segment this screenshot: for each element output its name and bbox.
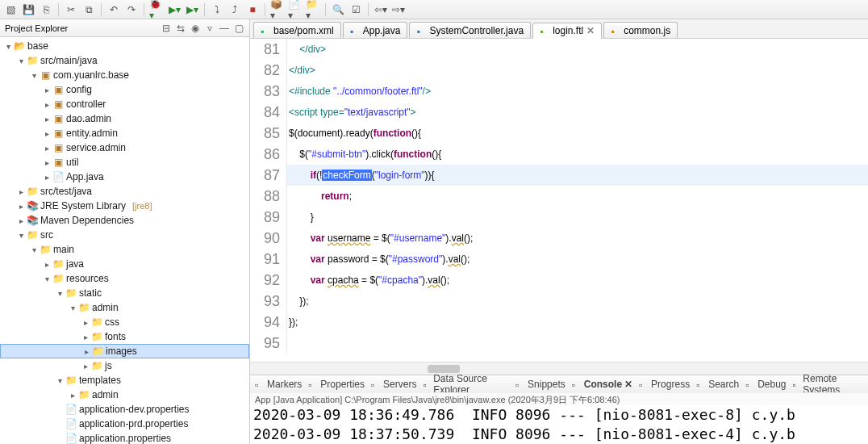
tree-item[interactable]: ▸📁js — [0, 358, 249, 373]
expand-icon[interactable]: ▸ — [81, 362, 90, 371]
bottom-tab[interactable]: ▫Debug — [745, 379, 786, 390]
bottom-tab[interactable]: ▫Properties — [308, 379, 365, 390]
expand-icon[interactable]: ▸ — [42, 100, 52, 109]
expand-icon[interactable]: ▸ — [81, 318, 90, 327]
expand-icon[interactable]: ▸ — [42, 129, 52, 138]
code-line[interactable]: 94}); — [250, 312, 868, 333]
view-menu-icon[interactable]: ▿ — [204, 23, 215, 34]
code-line[interactable]: 85$(document).ready(function(){ — [250, 123, 868, 144]
save-all-icon[interactable]: ⎘ — [39, 2, 53, 17]
tree-item[interactable]: ▾▣com.yuanlrc.base — [0, 68, 249, 82]
bottom-tab[interactable]: ▫Servers — [371, 379, 416, 390]
undo-icon[interactable]: ↶ — [106, 2, 121, 17]
expand-icon[interactable]: ▸ — [42, 173, 52, 182]
tree-item[interactable]: ▸📚Maven Dependencies — [0, 213, 249, 228]
tree-item[interactable]: ▸📁admin — [0, 387, 249, 402]
tree-item[interactable]: ▾📁static — [0, 286, 249, 300]
code-line[interactable]: 95 — [250, 333, 868, 354]
tasks-icon[interactable]: ☑ — [348, 2, 363, 17]
code-line[interactable]: 81 </div> — [250, 39, 868, 60]
tree-item[interactable]: ▸📚JRE System Library[jre8] — [0, 199, 249, 213]
collapse-all-icon[interactable]: ⊟ — [161, 23, 172, 34]
new-class-icon[interactable]: 📄▾ — [288, 2, 303, 17]
expand-icon[interactable]: ▸ — [42, 260, 52, 269]
tree-item[interactable]: ▾📁src/main/java — [0, 53, 249, 68]
save-icon[interactable]: 💾 — [21, 2, 35, 17]
expand-icon[interactable]: ▸ — [42, 86, 52, 94]
tree-item[interactable]: ▸📁css — [0, 315, 249, 329]
expand-icon[interactable]: ▾ — [3, 42, 13, 51]
editor-tab[interactable]: ▪SystemController.java — [409, 22, 531, 38]
expand-icon[interactable]: ▸ — [42, 144, 52, 153]
project-tree[interactable]: ▾📂base▾📁src/main/java▾▣com.yuanlrc.base▸… — [0, 37, 249, 444]
tree-item[interactable]: ▸▣config — [0, 82, 249, 97]
code-line[interactable]: 82</div> — [250, 60, 868, 81]
debug-icon[interactable]: 🐞▾ — [149, 2, 164, 17]
bottom-tab[interactable]: ▫Progress — [639, 379, 690, 390]
run-ext-icon[interactable]: ▶▾ — [185, 2, 199, 17]
code-line[interactable]: 87 if(!checkForm("login-form")){ — [250, 165, 868, 186]
new-pkg-icon[interactable]: 📁▾ — [306, 2, 320, 17]
code-line[interactable]: 91 var password = $("#password").val(); — [250, 249, 868, 270]
new-icon[interactable]: ▧ — [3, 2, 18, 17]
skip-icon[interactable]: ⤵ — [210, 2, 224, 17]
code-line[interactable]: 90 var username = $("#username").val(); — [250, 228, 868, 249]
tree-item[interactable]: ▸📁images — [0, 344, 249, 358]
expand-icon[interactable]: ▾ — [55, 376, 65, 385]
tree-item[interactable]: ▸📁fonts — [0, 329, 249, 344]
tree-item[interactable]: ▾📁resources — [0, 271, 249, 286]
code-line[interactable]: 86 $("#submit-btn").click(function(){ — [250, 144, 868, 165]
close-icon[interactable]: ✕ — [586, 25, 595, 36]
step-icon[interactable]: ⤴ — [227, 2, 242, 17]
expand-icon[interactable]: ▸ — [16, 216, 26, 225]
tree-item[interactable]: ▸📁src/test/java — [0, 184, 249, 199]
code-line[interactable]: 83<#include "../common/footer.ftl"/> — [250, 81, 868, 102]
focus-icon[interactable]: ◉ — [190, 23, 201, 34]
bottom-tab[interactable]: ▫Console ✕ — [572, 379, 632, 390]
editor-tab[interactable]: ▪base/pom.xml — [253, 22, 341, 38]
bottom-tab[interactable]: ▫Search — [696, 379, 739, 390]
minimize-icon[interactable]: ― — [219, 23, 230, 34]
expand-icon[interactable]: ▾ — [68, 304, 77, 312]
code-line[interactable]: 92 var cpacha = $("#cpacha").val(); — [250, 270, 868, 291]
expand-icon[interactable]: ▸ — [16, 187, 26, 196]
expand-icon[interactable]: ▸ — [68, 391, 77, 400]
editor-tab[interactable]: ▪common.js — [603, 22, 678, 38]
new-wizard-icon[interactable]: 📦▾ — [270, 2, 285, 17]
expand-icon[interactable]: ▾ — [42, 274, 52, 283]
expand-icon[interactable]: ▸ — [42, 115, 52, 124]
code-line[interactable]: 93 }); — [250, 291, 868, 312]
stop-icon[interactable]: ■ — [245, 2, 260, 17]
editor-tab[interactable]: ▪App.java — [343, 22, 408, 38]
expand-icon[interactable]: ▾ — [16, 57, 26, 65]
tree-item[interactable]: ▸▣service.admin — [0, 140, 249, 155]
tree-item[interactable]: ▸📁java — [0, 257, 249, 271]
expand-icon[interactable]: ▸ — [81, 347, 91, 356]
tree-item[interactable]: ▸▣dao.admin — [0, 111, 249, 126]
tree-item[interactable]: ▸▣entity.admin — [0, 126, 249, 140]
tree-item[interactable]: ▾📁src — [0, 228, 249, 242]
tree-item[interactable]: ▸▣controller — [0, 97, 249, 111]
code-editor[interactable]: 81 </div>82</div>83<#include "../common/… — [250, 39, 868, 362]
tree-item[interactable]: 📄application.properties — [0, 431, 249, 444]
expand-icon[interactable]: ▸ — [81, 333, 90, 341]
bottom-tab[interactable]: ▫Snippets — [515, 379, 565, 390]
tree-item[interactable]: ▾📁templates — [0, 373, 249, 387]
tree-item[interactable]: ▾📁main — [0, 242, 249, 257]
link-editor-icon[interactable]: ⇆ — [175, 23, 186, 34]
tree-item[interactable]: ▸📄App.java — [0, 170, 249, 184]
bottom-tab[interactable]: ▫Markers — [255, 379, 302, 390]
run-icon[interactable]: ▶▾ — [167, 2, 182, 17]
redo-icon[interactable]: ↷ — [124, 2, 139, 17]
tree-item[interactable]: 📄application-dev.properties — [0, 402, 249, 417]
expand-icon[interactable]: ▸ — [42, 158, 52, 167]
fwd-icon[interactable]: ⇨▾ — [391, 2, 406, 17]
maximize-icon[interactable]: ▢ — [233, 23, 244, 34]
horizontal-scrollbar[interactable] — [250, 362, 868, 375]
code-line[interactable]: 88 return; — [250, 186, 868, 207]
close-icon[interactable]: ✕ — [624, 379, 632, 390]
tree-item[interactable]: ▸▣util — [0, 155, 249, 170]
tree-item[interactable]: ▾📂base — [0, 39, 249, 53]
cut-icon[interactable]: ✂ — [64, 2, 78, 17]
expand-icon[interactable]: ▸ — [16, 202, 26, 211]
